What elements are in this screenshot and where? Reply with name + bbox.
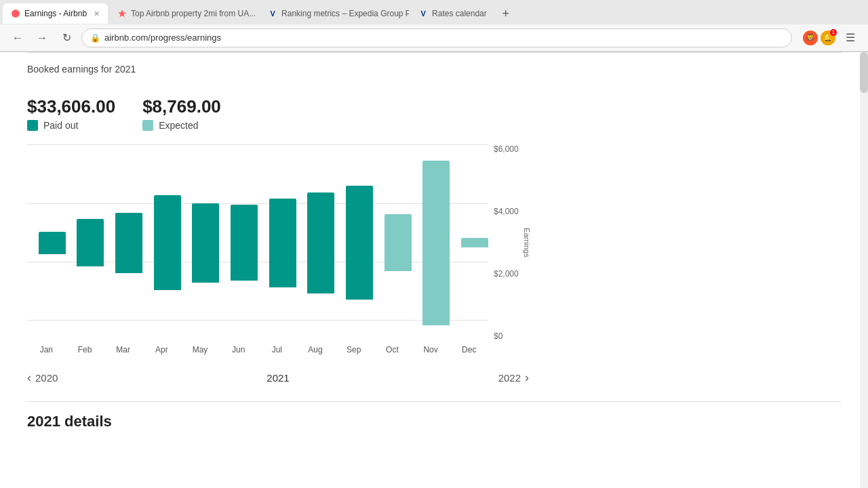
browser-chrome: Earnings - Airbnb ✕ Top Airbnb property … (0, 0, 868, 52)
x-label-aug: Aug (296, 345, 335, 354)
year-prev-label: 2020 (35, 372, 58, 384)
x-label-sep: Sep (334, 345, 373, 354)
expedia-favicon2: V (418, 9, 428, 18)
expected-label: Expected (159, 120, 198, 131)
bar-mar (115, 213, 142, 273)
x-axis: JanFebMarAprMayJunJulAugSepOctNovDec (27, 345, 529, 354)
new-tab-btn[interactable]: + (496, 4, 515, 23)
bar-col-mar (104, 144, 142, 341)
paid-out-legend: Paid out (27, 120, 115, 131)
svg-marker-0 (118, 9, 126, 17)
x-label-apr: Apr (142, 345, 181, 354)
bar-jul (269, 199, 296, 287)
x-label-jun: Jun (219, 345, 258, 354)
y-label-4000: $4,000 (494, 207, 519, 216)
tab-expedia1[interactable]: V Ranking metrics – Expedia Group Par... (260, 3, 409, 24)
bar-jun (231, 205, 258, 281)
tab-expedia2[interactable]: V Rates calendar (410, 3, 495, 24)
forward-btn[interactable]: → (33, 28, 52, 47)
airbnb-favicon (11, 9, 20, 18)
year-nav: ‹ 2020 2021 2022 › (27, 371, 529, 385)
x-label-nov: Nov (412, 345, 450, 354)
page-content: Booked earnings for 2021 $33,606.00 Paid… (0, 52, 868, 488)
tab-earnings-label: Earnings - Airbnb (24, 9, 87, 18)
x-label-oct: Oct (373, 345, 412, 354)
bar-may (192, 203, 219, 283)
y-label-6000: $6,000 (494, 144, 519, 154)
next-arrow-icon: › (525, 371, 529, 385)
bar-oct (384, 214, 412, 271)
expected-amount: $8,769.00 (142, 96, 221, 117)
expedia-favicon: V (268, 9, 277, 18)
y-axis: $6,000 $4,000 $2,000 $0 Earnings (488, 144, 529, 341)
section-title: Booked earnings for 2021 (27, 52, 841, 85)
bar-col-may (181, 144, 220, 341)
y-label-2000: $2,000 (494, 269, 519, 279)
extensions-area: 🦁 🔔 1 (803, 30, 835, 45)
year-next-label: 2022 (498, 372, 521, 384)
expected-block: $8,769.00 Expected (142, 96, 221, 131)
earnings-summary: $33,606.00 Paid out $8,769.00 Expected (27, 96, 841, 131)
address-text: airbnb.com/progress/earnings (104, 33, 221, 43)
menu-btn[interactable]: ☰ (841, 28, 860, 47)
chart-container: $6,000 $4,000 $2,000 $0 Earnings JanFebM… (27, 144, 529, 354)
bar-col-feb (66, 144, 104, 341)
bar-dec (461, 238, 488, 247)
bar-col-aug (296, 144, 335, 341)
bar-col-nov (412, 144, 450, 341)
expected-legend-box (142, 120, 153, 131)
bar-col-jun (219, 144, 258, 341)
bar-col-oct (373, 144, 412, 341)
tab-airbnb2[interactable]: Top Airbnb property 2mi from UA... (109, 3, 258, 24)
bar-feb (77, 219, 104, 266)
bar-jan (39, 232, 66, 254)
tab-airbnb2-label: Top Airbnb property 2mi from UA... (131, 9, 256, 18)
bar-col-jan (27, 144, 66, 341)
paid-out-amount: $33,606.00 (27, 96, 115, 117)
bar-col-apr (142, 144, 181, 341)
bar-col-sep (334, 144, 373, 341)
reload-btn[interactable]: ↻ (57, 28, 76, 47)
x-label-jan: Jan (27, 345, 66, 354)
bar-apr (154, 195, 181, 290)
star-favicon (117, 9, 127, 18)
tab-expedia1-label: Ranking metrics – Expedia Group Par... (281, 9, 409, 18)
bar-nov (422, 161, 450, 325)
tab-close-btn[interactable]: ✕ (94, 9, 100, 18)
bar-sep (346, 186, 373, 300)
bar-aug (307, 192, 334, 293)
lock-icon: 🔒 (90, 33, 100, 43)
paid-out-label: Paid out (43, 120, 78, 131)
year-prev-btn[interactable]: ‹ 2020 (27, 371, 58, 385)
notification-badge[interactable]: 🔔 1 (821, 30, 835, 45)
year-next-btn[interactable]: 2022 › (498, 371, 529, 385)
scrollbar-track[interactable] (860, 52, 868, 488)
y-label-0: $0 (494, 331, 502, 341)
bar-col-jul (258, 144, 296, 341)
back-btn[interactable]: ← (8, 28, 27, 47)
brave-shields-badge[interactable]: 🦁 (803, 30, 818, 45)
scrollbar-thumb[interactable] (860, 52, 868, 93)
tab-expedia2-label: Rates calendar (432, 9, 487, 18)
tab-bar: Earnings - Airbnb ✕ Top Airbnb property … (0, 0, 868, 24)
nav-bar: ← → ↻ 🔒 airbnb.com/progress/earnings 🦁 🔔… (0, 24, 868, 52)
prev-arrow-icon: ‹ (27, 371, 31, 385)
bar-col-dec (450, 144, 488, 341)
x-label-dec: Dec (450, 345, 488, 354)
x-label-mar: Mar (104, 345, 142, 354)
x-label-feb: Feb (66, 345, 104, 354)
address-bar[interactable]: 🔒 airbnb.com/progress/earnings (81, 28, 792, 47)
tab-earnings[interactable]: Earnings - Airbnb ✕ (3, 3, 108, 24)
details-title: 2021 details (27, 401, 841, 430)
paid-legend-box (27, 120, 38, 131)
expected-legend: Expected (142, 120, 221, 131)
x-label-may: May (181, 345, 220, 354)
year-current-label: 2021 (267, 372, 289, 384)
x-label-jul: Jul (258, 345, 296, 354)
bars-chart (27, 144, 488, 341)
y-axis-title: Earnings (522, 228, 530, 257)
paid-out-block: $33,606.00 Paid out (27, 96, 115, 131)
